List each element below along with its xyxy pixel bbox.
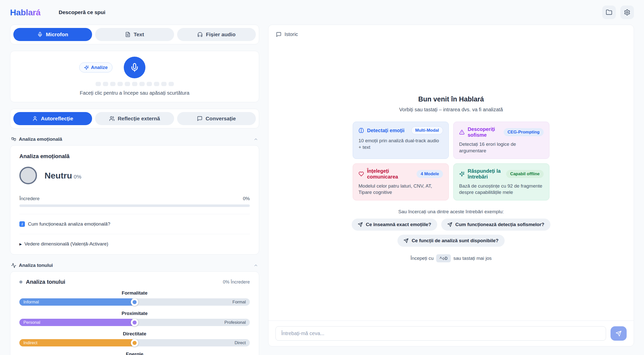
slider-title: Directitate: [19, 331, 250, 337]
slider-track[interactable]: Personal Profesional: [19, 319, 250, 326]
emotion-indicator: [19, 167, 37, 184]
emotion-how-link[interactable]: i Cum funcționează analiza emoțională?: [19, 221, 250, 227]
history-header: Istoric: [268, 25, 634, 37]
dimensional-view-label: Vedere dimensională (Valență-Activare): [24, 241, 108, 247]
microphone-icon: [37, 32, 43, 37]
emotion-value: Neutru 0%: [45, 171, 81, 181]
tab-text[interactable]: Text: [95, 28, 174, 41]
emotion-result: Neutru 0%: [19, 167, 250, 184]
level-dot: [161, 82, 167, 86]
thumb-dot: [133, 300, 137, 304]
folder-button[interactable]: [602, 6, 616, 19]
chat-welcome: Bun venit în Hablará Vorbiți sau tastați…: [268, 37, 634, 321]
app-root: Hablará Descoperă ce spui: [0, 0, 644, 355]
document-icon: [125, 32, 131, 37]
heart-icon: [358, 171, 364, 177]
emotion-name: Neutru: [45, 171, 72, 180]
feature-title: Descoperiți sofisme: [468, 126, 501, 138]
info-icon: i: [19, 221, 25, 227]
slider-title: Formalitate: [19, 290, 250, 296]
triangle-right-icon: ▶: [19, 242, 22, 246]
slider-max-label: Formal: [232, 300, 246, 305]
chat-panel: Istoric Bun venit în Hablará Vorbiți sau…: [268, 25, 634, 346]
slider-thumb[interactable]: [131, 319, 138, 326]
example-question-label: Ce funcții de analiză sunt disponibile?: [412, 238, 498, 243]
slider-track[interactable]: Indirect Direct: [19, 339, 250, 346]
emotion-section: Analiza emoțională Analiza emoțională Ne…: [10, 136, 259, 255]
tab-label: Autoreflecție: [41, 116, 73, 122]
emotion-card: Analiza emoțională Neutru 0% Încredere 0…: [10, 145, 259, 255]
feature-grid: Detectați emoții Multi-Modal 10 emoții p…: [353, 122, 549, 200]
send-icon: [616, 331, 622, 337]
level-dot: [132, 82, 137, 86]
tone-section: Analiza tonului Analiza tonului 0% Încre…: [10, 263, 259, 355]
example-question-2[interactable]: Cum funcționează detecția sofismelor?: [441, 219, 550, 231]
settings-button[interactable]: [620, 6, 634, 19]
emotion-card-title: Analiza emoțională: [19, 153, 250, 160]
level-dot: [169, 82, 174, 86]
tab-microfon[interactable]: Microfon: [13, 28, 92, 41]
record-button[interactable]: [124, 57, 145, 78]
thumb-dot: [133, 341, 137, 345]
message-input[interactable]: [275, 326, 606, 341]
slider-track[interactable]: Informal Formal: [19, 298, 250, 306]
send-button[interactable]: [611, 326, 627, 341]
confidence-row: Încredere 0%: [19, 196, 250, 201]
tab-reflectie-externa[interactable]: Reflecție externă: [95, 112, 174, 125]
slider-max-label: Direct: [235, 340, 246, 345]
feature-title: Înțelegeți comunicarea: [367, 168, 414, 180]
tone-slider-directitate: Directitate Indirect Direct: [19, 331, 250, 346]
tab-conversatie[interactable]: Conversație: [177, 112, 256, 125]
sparkles-icon: [84, 65, 89, 70]
feature-card-communication[interactable]: Înțelegeți comunicarea 4 Modele Modelul …: [353, 163, 449, 200]
example-question-3[interactable]: Ce funcții de analiză sunt disponibile?: [397, 235, 504, 247]
microphone-icon: [130, 63, 139, 72]
record-hint: Faceți clic pentru a începe sau apăsați …: [80, 90, 189, 96]
feature-description: Bază de cunoștințe cu 92 de fragmente de…: [459, 183, 544, 196]
confidence-bar: [19, 204, 250, 207]
analyze-button[interactable]: Analize: [79, 62, 112, 73]
slider-thumb[interactable]: [131, 298, 138, 306]
tab-autoreflectie[interactable]: Autoreflecție: [13, 112, 92, 125]
tone-section-header[interactable]: Analiza tonului: [10, 263, 259, 268]
level-dot: [154, 82, 159, 86]
message-composer: [268, 321, 634, 346]
send-icon: [358, 222, 363, 227]
tab-fisier-audio[interactable]: Fișier audio: [177, 28, 256, 41]
users-icon: [109, 116, 115, 121]
headphones-icon: [197, 32, 203, 37]
waveform-icon: [11, 263, 16, 268]
shortcut-suffix: sau tastați mai jos: [453, 256, 492, 261]
tone-confidence: 0% Încredere: [223, 279, 250, 285]
theater-masks-icon: [11, 137, 16, 142]
chevron-up-icon: [254, 137, 258, 141]
emotion-section-header[interactable]: Analiza emoțională: [10, 136, 259, 142]
main-layout: Microfon Text Fișier audio: [0, 24, 644, 355]
top-bar: Hablará Descoperă ce spui: [0, 0, 644, 24]
level-dot: [125, 82, 130, 86]
brain-icon: [358, 128, 364, 133]
dimensional-view-toggle[interactable]: ▶ Vedere dimensională (Valență-Activare): [19, 241, 250, 247]
feature-card-emotions[interactable]: Detectați emoții Multi-Modal 10 emoții p…: [353, 122, 449, 159]
example-question-1[interactable]: Ce înseamnă exact emoțiile?: [352, 219, 437, 231]
app-tagline: Descoperă ce spui: [59, 9, 105, 15]
warning-triangle-icon: [459, 129, 465, 135]
feature-header: Înțelegeți comunicarea 4 Modele: [358, 168, 443, 180]
send-icon: [447, 222, 452, 227]
confidence-label: Încredere: [19, 196, 39, 201]
tone-card-title: Analiza tonului: [26, 279, 65, 285]
feature-card-fallacies[interactable]: Descoperiți sofisme CEG-Prompting Detect…: [453, 122, 549, 159]
level-dot: [139, 82, 145, 86]
feature-description: Modelul celor patru laturi, CNV, AT, Tip…: [358, 183, 443, 196]
slider-thumb[interactable]: [131, 339, 138, 347]
examples-row-2: Ce funcții de analiză sunt disponibile?: [397, 235, 504, 247]
feature-header: Descoperiți sofisme CEG-Prompting: [459, 126, 544, 138]
feature-card-questions[interactable]: Răspundeți la întrebări Capabil offline …: [453, 163, 549, 200]
example-question-label: Cum funcționează detecția sofismelor?: [455, 222, 544, 227]
tab-label: Reflecție externă: [118, 116, 160, 122]
send-icon: [404, 238, 409, 243]
recorder-stage: Analize: [18, 57, 251, 78]
example-question-label: Ce înseamnă exact emoțiile?: [366, 222, 431, 227]
chat-bubble-icon: [197, 116, 203, 121]
audio-level-meter: [96, 82, 174, 86]
